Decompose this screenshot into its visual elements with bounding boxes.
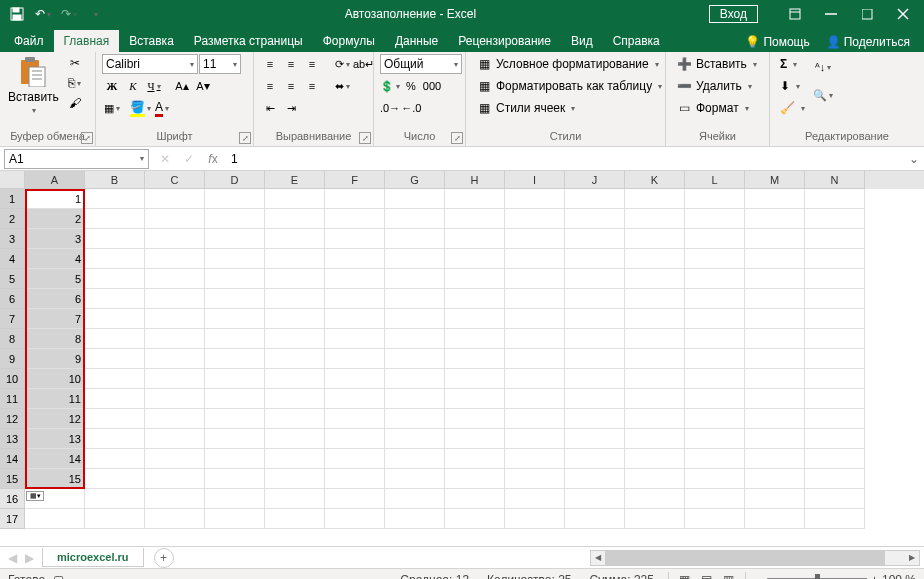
redo-icon[interactable]: ↷▾: [58, 3, 80, 25]
cell[interactable]: [445, 189, 505, 209]
conditional-format-button[interactable]: ▦Условное форматирование▾: [472, 54, 663, 74]
clear-button[interactable]: 🧹▾: [776, 98, 809, 118]
save-icon[interactable]: [6, 3, 28, 25]
cell[interactable]: [805, 329, 865, 349]
cell[interactable]: [805, 209, 865, 229]
decrease-indent-icon[interactable]: ⇤: [260, 98, 280, 118]
fill-color-icon[interactable]: 🪣▾: [130, 98, 151, 118]
cell[interactable]: [145, 449, 205, 469]
cell[interactable]: 11: [25, 389, 85, 409]
worksheet-grid[interactable]: ABCDEFGHIJKLMN 1122334455667788991010111…: [0, 171, 924, 546]
increase-font-icon[interactable]: A▴: [172, 76, 192, 96]
cell[interactable]: [805, 229, 865, 249]
row-header[interactable]: 15: [0, 469, 25, 489]
row-header[interactable]: 8: [0, 329, 25, 349]
cell[interactable]: [505, 349, 565, 369]
cell[interactable]: [145, 389, 205, 409]
column-header[interactable]: L: [685, 171, 745, 189]
cell[interactable]: [505, 329, 565, 349]
row-header[interactable]: 2: [0, 209, 25, 229]
cell[interactable]: [685, 269, 745, 289]
cell[interactable]: [85, 449, 145, 469]
cell[interactable]: [145, 489, 205, 509]
cell[interactable]: [85, 309, 145, 329]
cell[interactable]: [325, 229, 385, 249]
cell[interactable]: [565, 189, 625, 209]
cell[interactable]: [625, 189, 685, 209]
enter-formula-icon[interactable]: ✓: [177, 148, 201, 170]
scroll-thumb[interactable]: [605, 551, 885, 565]
cell[interactable]: [805, 429, 865, 449]
row-header[interactable]: 6: [0, 289, 25, 309]
font-color-icon[interactable]: A▾: [152, 98, 172, 118]
tab-formulas[interactable]: Формулы: [313, 30, 385, 52]
row-header[interactable]: 1: [0, 189, 25, 209]
merge-icon[interactable]: ⬌▾: [332, 76, 352, 96]
comma-icon[interactable]: 000: [422, 76, 442, 96]
cell[interactable]: 6: [25, 289, 85, 309]
cell[interactable]: 4: [25, 249, 85, 269]
cell[interactable]: [385, 489, 445, 509]
cell[interactable]: [805, 249, 865, 269]
cell[interactable]: [685, 489, 745, 509]
cell[interactable]: [385, 389, 445, 409]
ribbon-options-icon[interactable]: [778, 3, 812, 25]
cell[interactable]: [85, 289, 145, 309]
cell[interactable]: [25, 509, 85, 529]
cell[interactable]: [625, 489, 685, 509]
cell[interactable]: [205, 329, 265, 349]
cell[interactable]: [385, 229, 445, 249]
column-header[interactable]: D: [205, 171, 265, 189]
cell[interactable]: [205, 229, 265, 249]
cell[interactable]: [265, 469, 325, 489]
dialog-launcher[interactable]: ⤢: [239, 132, 251, 144]
cell[interactable]: [685, 349, 745, 369]
row-header[interactable]: 16: [0, 489, 25, 509]
cell[interactable]: [265, 449, 325, 469]
cell[interactable]: [85, 369, 145, 389]
cell[interactable]: [265, 389, 325, 409]
cell[interactable]: [385, 429, 445, 449]
cell[interactable]: [205, 369, 265, 389]
cell[interactable]: [325, 269, 385, 289]
cell[interactable]: [85, 469, 145, 489]
cell[interactable]: [565, 309, 625, 329]
cell[interactable]: [85, 189, 145, 209]
tab-help[interactable]: Справка: [603, 30, 670, 52]
cell[interactable]: [145, 409, 205, 429]
cell[interactable]: [445, 469, 505, 489]
font-size-combo[interactable]: 11▾: [199, 54, 241, 74]
cell[interactable]: [265, 349, 325, 369]
cell[interactable]: [385, 329, 445, 349]
cell[interactable]: [745, 509, 805, 529]
cell[interactable]: [265, 229, 325, 249]
cell[interactable]: [325, 249, 385, 269]
cell[interactable]: [745, 209, 805, 229]
cell[interactable]: [85, 269, 145, 289]
cell[interactable]: [625, 309, 685, 329]
cell[interactable]: [745, 269, 805, 289]
cell[interactable]: [625, 509, 685, 529]
cell[interactable]: [85, 509, 145, 529]
cell[interactable]: [445, 249, 505, 269]
cell[interactable]: 15: [25, 469, 85, 489]
align-bottom-icon[interactable]: ≡: [302, 54, 322, 74]
sort-filter-icon[interactable]: ᴬ↓▾: [813, 54, 833, 80]
cell[interactable]: [805, 289, 865, 309]
insert-cells-button[interactable]: ➕Вставить▾: [672, 54, 761, 74]
cut-icon[interactable]: ✂: [65, 54, 85, 72]
cell[interactable]: [565, 369, 625, 389]
cell[interactable]: [745, 369, 805, 389]
cell[interactable]: [85, 489, 145, 509]
cell[interactable]: [85, 409, 145, 429]
cell[interactable]: [445, 449, 505, 469]
number-format-combo[interactable]: Общий▾: [380, 54, 462, 74]
column-header[interactable]: J: [565, 171, 625, 189]
format-cells-button[interactable]: ▭Формат▾: [672, 98, 753, 118]
cell[interactable]: [625, 409, 685, 429]
tab-home[interactable]: Главная: [54, 30, 120, 52]
cell[interactable]: [565, 389, 625, 409]
cell[interactable]: [565, 449, 625, 469]
delete-cells-button[interactable]: ➖Удалить▾: [672, 76, 756, 96]
cell[interactable]: [685, 409, 745, 429]
